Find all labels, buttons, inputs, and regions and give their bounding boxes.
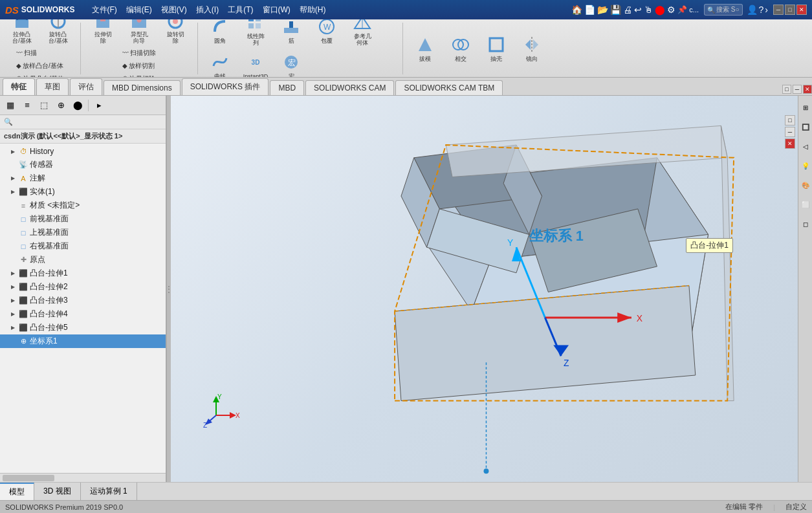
rib-button[interactable]: 筋 <box>274 19 308 47</box>
instant3d-button[interactable]: 3D Instant3D <box>239 49 272 78</box>
tree-item-solid[interactable]: ▶ ⬛ 实体(1) <box>0 185 166 199</box>
tree-item-extrude1[interactable]: ▶ ⬛ 凸台-拉伸1 <box>0 267 166 280</box>
tab-evaluate[interactable]: 评估 <box>70 78 102 95</box>
pin-icon[interactable]: 📌 <box>677 5 687 14</box>
extrude-cut-button[interactable]: 拉伸切除 <box>86 19 120 45</box>
tree-item-extrude5[interactable]: ▶ ⬛ 凸台-拉伸5 <box>0 321 166 334</box>
tree-item-origin[interactable]: ✚ 原点 <box>0 253 166 267</box>
gear-icon[interactable]: ⚙ <box>667 5 675 15</box>
tab-sw-cam[interactable]: SOLIDWORKS CAM <box>305 80 394 95</box>
loft-cut-button[interactable]: ◆ 放样切割 <box>119 60 159 72</box>
tab-motion-study[interactable]: 运动算例 1 <box>81 483 137 500</box>
close-button[interactable]: ✕ <box>796 5 807 15</box>
tab-model[interactable]: 模型 <box>0 483 34 500</box>
dim-expert-button[interactable]: ⊕ <box>53 98 69 113</box>
rp-btn-4[interactable]: 💡 <box>800 157 811 175</box>
user-icon[interactable]: 👤 <box>747 5 758 15</box>
macro-button[interactable]: 宏 宏 <box>274 49 308 78</box>
rp-btn-5[interactable]: 🎨 <box>800 176 811 194</box>
intersect-button[interactable]: 相交 <box>444 32 477 65</box>
menu-file[interactable]: 文件(F) <box>88 3 121 17</box>
tree-item-sensor[interactable]: 📡 传感器 <box>0 158 166 171</box>
boundary-button[interactable]: ⬡ 边界凸台/基体 <box>13 72 67 78</box>
scrollbar-thumb[interactable] <box>3 475 54 481</box>
tree-item-coord1[interactable]: ⊕ 坐标系1 <box>0 334 166 348</box>
options-icon[interactable]: ⬤ <box>655 5 665 15</box>
tree-item-extrude4[interactable]: ▶ ⬛ 凸台-拉伸4 <box>0 307 166 321</box>
menu-tools[interactable]: 工具(T) <box>224 3 257 17</box>
3d-viewport[interactable]: 坐标系 1 Y X Z 凸台-拉伸1 Y <box>171 96 798 482</box>
svg-text:Y: Y <box>507 237 513 248</box>
sweep-cut-button[interactable]: 〰 扫描切除 <box>119 47 159 60</box>
tab-3d-view[interactable]: 3D 视图 <box>34 483 81 500</box>
configuration-manager-button[interactable]: ⬚ <box>36 98 52 113</box>
menu-help[interactable]: 帮助(H) <box>296 3 330 17</box>
feature-manager-button[interactable]: ▦ <box>3 98 18 113</box>
close-panel-button[interactable]: ✕ <box>803 85 812 94</box>
rp-btn-3[interactable]: ◁ <box>800 137 811 155</box>
rp-btn-6[interactable]: ⬜ <box>800 195 811 213</box>
fillet-button[interactable]: 圆角 <box>203 19 237 47</box>
view-close-button[interactable]: ✕ <box>785 138 795 149</box>
tree-item-extrude2[interactable]: ▶ ⬛ 凸台-拉伸2 <box>0 280 166 294</box>
tab-sketch[interactable]: 草图 <box>36 78 69 95</box>
arrow-icon[interactable]: › <box>765 5 768 15</box>
wrap-button[interactable]: W 包覆 <box>310 19 344 47</box>
expand-panel-button[interactable]: □ <box>782 85 791 94</box>
model-title[interactable]: csdn演示 (默认<<默认>_显示状态 1> <box>0 129 166 144</box>
curves-button[interactable]: 曲线 <box>203 49 237 78</box>
view-expand-button[interactable]: □ <box>785 115 795 126</box>
undo-icon[interactable]: ↩ <box>634 5 642 15</box>
property-manager-button[interactable]: ≡ <box>19 98 35 113</box>
menu-edit[interactable]: 编辑(E) <box>122 3 156 17</box>
tree-item-material[interactable]: ≡ 材质 <未指定> <box>0 199 166 212</box>
extrude-boss-button[interactable]: 拉伸凸台/基体 <box>5 19 39 45</box>
view-minimize-button[interactable]: ─ <box>785 127 795 137</box>
sweep-button[interactable]: 〰 扫描 <box>13 47 67 60</box>
display-manager-button[interactable]: ⬤ <box>70 98 85 113</box>
pattern-button[interactable]: 线性阵列 <box>239 19 272 47</box>
search-box[interactable]: 🔍 搜索 S○ <box>704 4 743 16</box>
cursor-icon[interactable]: 🖱 <box>644 5 653 15</box>
revolve-boss-button[interactable]: 旋转凸台/基体 <box>41 19 75 45</box>
tree-item-right-plane[interactable]: □ 右视基准面 <box>0 239 166 253</box>
draft-button[interactable]: 拔模 <box>408 32 442 65</box>
hole-wizard-button[interactable]: 异型孔向导 <box>122 19 156 45</box>
menu-view[interactable]: 视图(V) <box>157 3 191 17</box>
tree-item-annotation[interactable]: ▶ A 注解 <box>0 171 166 185</box>
filter-bar: 🔍 <box>0 115 166 129</box>
tree-item-extrude3[interactable]: ▶ ⬛ 凸台-拉伸3 <box>0 294 166 307</box>
tab-features[interactable]: 特征 <box>3 78 35 95</box>
tab-sw-cam-tbm[interactable]: SOLIDWORKS CAM TBM <box>395 80 503 95</box>
loft-button[interactable]: ◆ 放样凸台/基体 <box>13 60 67 72</box>
shell-button[interactable]: 抽壳 <box>479 32 513 65</box>
tree-item-front-plane[interactable]: □ 前视基准面 <box>0 212 166 226</box>
left-panel-scrollbar[interactable] <box>0 473 166 482</box>
tree-item-history[interactable]: ▶ ⏱ History <box>0 145 166 158</box>
save-icon[interactable]: 💾 <box>610 5 621 15</box>
tab-sw-plugins[interactable]: SOLIDWORKS 插件 <box>182 78 269 95</box>
help-icon[interactable]: ? <box>759 5 764 15</box>
rp-btn-2[interactable]: 🔲 <box>800 118 811 136</box>
collapse-button[interactable]: ▸ <box>91 98 107 113</box>
revolve-cut-button[interactable]: 旋转切除 <box>159 19 192 45</box>
rp-btn-7[interactable]: ◻ <box>800 215 811 233</box>
collapse-icon[interactable]: c... <box>689 6 699 14</box>
tab-bar: 特征 草图 评估 MBD Dimensions SOLIDWORKS 插件 MB… <box>0 78 812 96</box>
boundary-cut-button[interactable]: ⬡ 边界切除 <box>119 72 159 78</box>
reference-geometry-button[interactable]: 参考几何体 <box>346 19 379 47</box>
collapse-panel-button[interactable]: ─ <box>793 85 802 94</box>
home-icon[interactable]: 🏠 <box>571 5 582 15</box>
mirror-button[interactable]: 镜向 <box>515 32 549 65</box>
new-icon[interactable]: 📄 <box>584 5 595 15</box>
tab-mbd-dimensions[interactable]: MBD Dimensions <box>104 80 181 95</box>
tree-item-top-plane[interactable]: □ 上视基准面 <box>0 226 166 239</box>
menu-insert[interactable]: 插入(I) <box>192 3 223 17</box>
tab-mbd[interactable]: MBD <box>270 80 304 95</box>
maximize-button[interactable]: □ <box>785 5 795 15</box>
open-icon[interactable]: 📂 <box>597 5 608 15</box>
menu-window[interactable]: 窗口(W) <box>259 3 294 17</box>
minimize-button[interactable]: ─ <box>773 5 784 15</box>
rp-btn-1[interactable]: ⊞ <box>800 98 811 116</box>
print-icon[interactable]: 🖨 <box>623 5 632 15</box>
